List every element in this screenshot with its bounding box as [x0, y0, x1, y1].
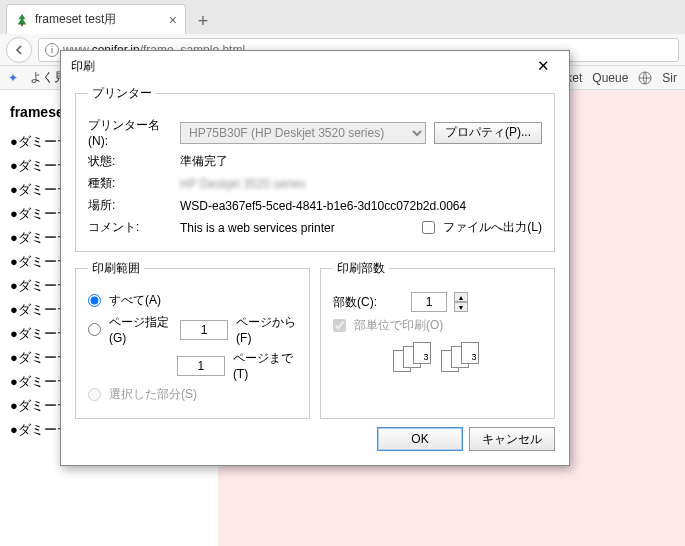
copies-input[interactable] — [411, 292, 447, 312]
copies-up-button[interactable]: ▲ — [454, 292, 468, 302]
where-value: WSD-ea367ef5-5ced-4841-b1e6-3d10cc072b2d… — [180, 199, 466, 213]
collate-label: 部単位で印刷(O) — [354, 317, 443, 334]
collate-checkbox — [333, 319, 346, 332]
where-label: 場所: — [88, 197, 172, 214]
range-group-label: 印刷範囲 — [88, 260, 144, 277]
print-range-group: 印刷範囲 すべて(A) ページ指定(G) ページから(F) ページまで(T) 選… — [75, 260, 310, 419]
copies-down-button[interactable]: ▼ — [454, 302, 468, 312]
copies-label: 部数(C): — [333, 294, 403, 311]
properties-button[interactable]: プロパティ(P)... — [434, 122, 542, 144]
tab-strip: frameset test用 × + — [0, 0, 685, 34]
range-pages-label: ページ指定(G) — [109, 314, 172, 345]
printer-name-label: プリンター名(N): — [88, 117, 172, 148]
collate-illustration: 123 123 — [333, 342, 542, 374]
ext-sim[interactable]: Sir — [662, 71, 677, 85]
print-dialog: 印刷 ✕ プリンター プリンター名(N): HP75B30F (HP Deskj… — [60, 50, 570, 466]
dialog-title: 印刷 — [71, 58, 95, 75]
print-to-file-label: ファイルへ出力(L) — [443, 219, 542, 236]
range-pages-radio[interactable] — [88, 323, 101, 336]
favicon-tree-icon — [15, 13, 29, 27]
page-from-input[interactable] — [180, 320, 228, 340]
status-value: 準備完了 — [180, 153, 228, 170]
copies-group: 印刷部数 部数(C): ▲▼ 部単位で印刷(O) 123 123 — [320, 260, 555, 419]
type-value: HP Deskjet 3520 series — [180, 177, 305, 191]
svg-rect-0 — [21, 23, 23, 26]
ok-button[interactable]: OK — [377, 427, 463, 451]
tab-title: frameset test用 — [35, 11, 163, 28]
page-to-input[interactable] — [177, 356, 225, 376]
printer-select[interactable]: HP75B30F (HP Deskjet 3520 series) — [180, 122, 426, 144]
dialog-close-button[interactable]: ✕ — [527, 54, 559, 78]
cancel-button[interactable]: キャンセル — [469, 427, 555, 451]
range-selection-label: 選択した部分(S) — [109, 386, 197, 403]
range-all-label: すべて(A) — [109, 292, 161, 309]
ext-queue[interactable]: Queue — [592, 71, 628, 85]
arrow-left-icon — [13, 44, 25, 56]
globe-icon — [638, 71, 652, 85]
printer-group: プリンター プリンター名(N): HP75B30F (HP Deskjet 35… — [75, 85, 555, 252]
site-info-icon[interactable]: i — [45, 43, 59, 57]
range-all-radio[interactable] — [88, 294, 101, 307]
copies-group-label: 印刷部数 — [333, 260, 389, 277]
type-label: 種類: — [88, 175, 172, 192]
range-selection-radio — [88, 388, 101, 401]
bookmark-star-icon[interactable]: ✦ — [8, 71, 18, 85]
printer-group-label: プリンター — [88, 85, 156, 102]
tab-close-icon[interactable]: × — [169, 12, 177, 28]
page-to-label: ページまで(T) — [233, 350, 297, 381]
page-from-label: ページから(F) — [236, 314, 297, 345]
status-label: 状態: — [88, 153, 172, 170]
comment-value: This is a web services printer — [180, 221, 335, 235]
print-to-file-checkbox[interactable] — [422, 221, 435, 234]
browser-tab[interactable]: frameset test用 × — [6, 4, 186, 34]
comment-label: コメント: — [88, 219, 172, 236]
new-tab-button[interactable]: + — [190, 8, 216, 34]
back-button[interactable] — [6, 37, 32, 63]
